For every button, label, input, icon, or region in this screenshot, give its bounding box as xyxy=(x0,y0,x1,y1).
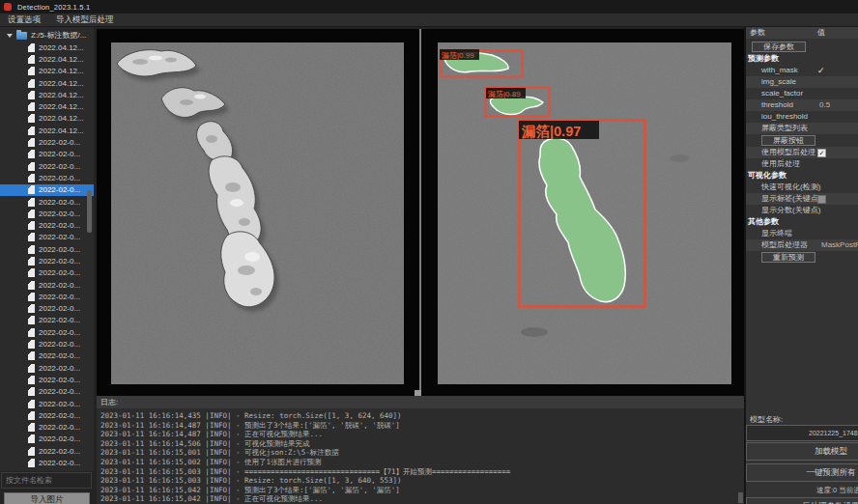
log-scrollbar-thumb[interactable] xyxy=(738,492,743,503)
save-params-button[interactable]: 保存参数 xyxy=(752,42,806,52)
model-name-field[interactable]: 20221225_174813 xyxy=(746,425,858,441)
search-input[interactable] xyxy=(1,472,92,489)
tree-item[interactable]: 2022-02-0... xyxy=(0,362,94,374)
param-row[interactable]: threshold0.5 xyxy=(746,99,858,111)
tree-item-label: 2022-02-0... xyxy=(39,328,80,337)
tree-item[interactable]: 2022-02-0... xyxy=(0,279,94,291)
param-row[interactable]: with_mask✓ xyxy=(746,65,858,76)
param-label: 快速可视化(检测) xyxy=(761,182,820,193)
log-line: 2023-01-11 16:16:15,003 |INFO| - Resize:… xyxy=(100,476,744,486)
tree-item[interactable]: 2022.04.12... xyxy=(0,42,94,53)
tree-item[interactable]: 2022-02-0... xyxy=(0,350,94,362)
tree-item[interactable]: 2022-02-0... xyxy=(0,445,94,457)
tree-item[interactable]: 2022.04.12... xyxy=(0,113,94,125)
tree-item[interactable]: 2022-02-0... xyxy=(0,386,94,398)
tree-item-label: 2022.04.12... xyxy=(39,126,84,135)
tree-item[interactable]: 2022-02-0... xyxy=(0,149,94,160)
param-row[interactable]: 使用模型后处理✓ xyxy=(746,147,858,158)
tree-item[interactable]: 2022-02-0... xyxy=(0,208,94,219)
predict-all-button[interactable]: 一键预测所有 xyxy=(746,463,858,482)
file-icon xyxy=(28,459,35,467)
tree-item[interactable]: 2022-02-0... xyxy=(0,409,94,421)
tree-item-label: 2022-02-0... xyxy=(39,459,80,467)
file-tree-panel: Z:/5-标注数据/... 2022.04.12...2022.04.12...… xyxy=(0,27,94,471)
tree-item[interactable]: 2022-02-0... xyxy=(0,136,94,148)
param-row[interactable]: 屏蔽类型列表 xyxy=(746,123,858,134)
file-icon xyxy=(28,411,35,420)
param-label: 模型后处理器 xyxy=(761,239,808,251)
chevron-down-icon[interactable] xyxy=(7,34,13,38)
param-row[interactable]: 显示终端 xyxy=(746,228,858,239)
file-icon xyxy=(28,138,35,147)
menu-item-settings[interactable]: 设置选项 xyxy=(8,14,41,26)
file-icon xyxy=(28,185,35,194)
tree-item[interactable]: 2022-02-0... xyxy=(0,326,94,338)
tree-item[interactable]: 2022.04.12... xyxy=(0,125,94,136)
speed-progress-status: 速度:0 当前进度 xyxy=(816,486,858,495)
tree-item[interactable]: 2022-02-0... xyxy=(0,267,94,279)
param-row[interactable]: 显示分数(关键点) xyxy=(746,205,858,216)
tree-root-node[interactable]: Z:/5-标注数据/... xyxy=(0,29,94,42)
param-row[interactable]: 显示标签(关键点) xyxy=(746,193,858,205)
tree-item-label: 2022-02-0... xyxy=(39,257,80,266)
checkbox-checked[interactable]: ✓ xyxy=(817,149,826,157)
menu-item-import-postprocess[interactable]: 导入模型后处理 xyxy=(56,14,114,26)
log-line: 2023-01-11 16:16:15,042 |INFO| - 正在可视化预测… xyxy=(100,494,744,504)
param-row[interactable]: scale_factor xyxy=(746,88,858,99)
tree-item[interactable]: 2022.04.12... xyxy=(0,100,94,112)
tree-item[interactable]: 2022-02-0... xyxy=(0,184,94,196)
file-icon xyxy=(28,221,35,230)
tree-item[interactable]: 2022-02-0... xyxy=(0,303,94,315)
param-row[interactable]: iou_threshold xyxy=(746,111,858,123)
tree-item[interactable]: 2022-02-0... xyxy=(0,172,94,183)
prediction-image-panel[interactable]: 漏箔|0.99 漏箔|0.89 漏箔|0.97 xyxy=(421,29,744,396)
tree-item-label: 2022.04.12... xyxy=(39,79,84,88)
tree-item[interactable]: 2022.04.12... xyxy=(0,77,94,89)
tree-item[interactable]: 2022-02-0... xyxy=(0,232,94,243)
tree-item[interactable]: 2022-02-0... xyxy=(0,434,94,445)
tree-item-label: 2022-02-0... xyxy=(39,304,80,313)
tree-item[interactable]: 2022.04.12... xyxy=(0,53,94,65)
tree-item[interactable]: 2022-02-0... xyxy=(0,422,94,434)
tree-item-label: 2022-02-0... xyxy=(39,185,80,194)
param-label: scale_factor xyxy=(761,88,803,99)
source-image-panel[interactable] xyxy=(97,29,419,396)
repredict-button[interactable]: 重新预测 xyxy=(761,252,815,263)
param-label: img_scale xyxy=(761,76,796,88)
file-icon xyxy=(28,340,35,349)
param-label: with_mask xyxy=(761,65,798,76)
load-model-button[interactable]: 加载模型 xyxy=(746,442,858,461)
tree-item[interactable]: 2022-02-0... xyxy=(0,243,94,255)
import-images-button[interactable]: 导入图片 xyxy=(4,492,90,504)
tree-item[interactable]: 2022-02-0... xyxy=(0,374,94,385)
tree-item-label: 2022.04.12... xyxy=(39,102,84,111)
tree-item[interactable]: 2022-02-0... xyxy=(0,457,94,468)
file-icon xyxy=(28,257,35,266)
tree-item[interactable]: 2022-02-0... xyxy=(0,160,94,172)
file-icon xyxy=(28,114,35,123)
tree-item[interactable]: 2022-02-0... xyxy=(0,338,94,350)
tree-item[interactable]: 2022-02-0... xyxy=(0,291,94,302)
tree-item[interactable]: 2022-02-0... xyxy=(0,196,94,208)
mask-types-button[interactable]: 屏蔽按钮 xyxy=(761,135,815,146)
file-icon xyxy=(28,43,35,52)
tree-item[interactable]: 2022.04.12... xyxy=(0,66,94,77)
tree-item[interactable]: 2022.04.12... xyxy=(0,89,94,100)
tree-item[interactable]: 2022-02-0... xyxy=(0,398,94,409)
detection-caption: 漏箔|0.97 xyxy=(521,124,581,139)
file-icon xyxy=(28,91,35,99)
file-icon xyxy=(28,150,35,158)
tree-item[interactable]: 2022-02-0... xyxy=(0,255,94,266)
tree-item[interactable]: 2022-02-0... xyxy=(0,219,94,231)
param-section-header: 其他参数 xyxy=(746,216,858,228)
title-bar: Detection_2023.1.5.1 xyxy=(0,0,858,14)
checkbox-empty[interactable] xyxy=(817,195,826,204)
param-row[interactable]: 使用后处理 xyxy=(746,158,858,170)
postprocess-params-button[interactable]: 后处理参数设置 xyxy=(746,497,858,504)
tree-item[interactable]: 2022-02-0... xyxy=(0,315,94,326)
param-row[interactable]: 快速可视化(检测) xyxy=(746,182,858,193)
param-row[interactable]: img_scale xyxy=(746,76,858,88)
tree-scrollbar-thumb[interactable] xyxy=(87,190,92,233)
log-line: 2023-01-11 16:16:15,003 |INFO| - =======… xyxy=(100,467,744,477)
param-row[interactable]: 模型后处理器MaskPostPro xyxy=(746,239,858,251)
